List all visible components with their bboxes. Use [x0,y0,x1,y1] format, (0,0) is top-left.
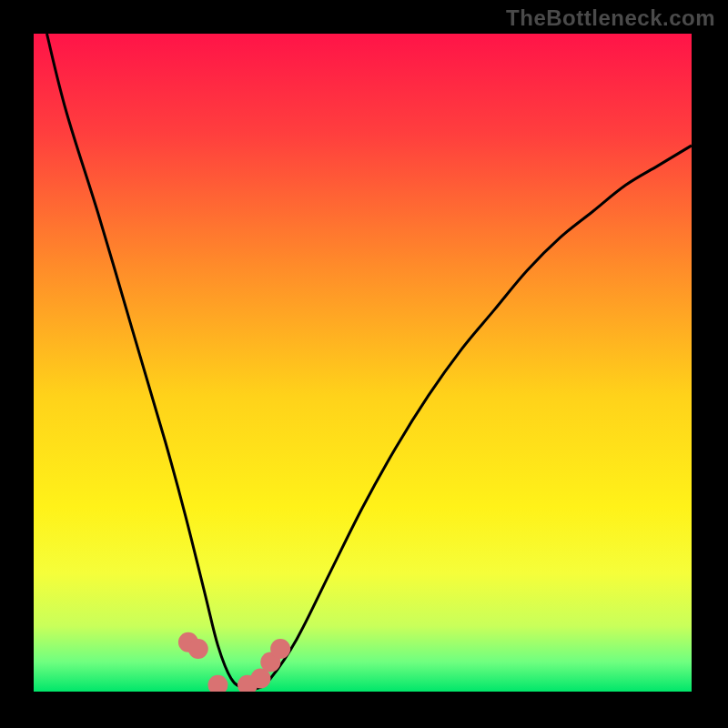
gradient-background [34,34,692,692]
highlight-dot [207,675,228,695]
chart-frame: TheBottleneck.com [0,0,728,728]
highlight-dot [270,639,290,659]
watermark-text: TheBottleneck.com [506,5,715,31]
bottleneck-chart [0,0,728,728]
highlight-dot [188,639,208,659]
